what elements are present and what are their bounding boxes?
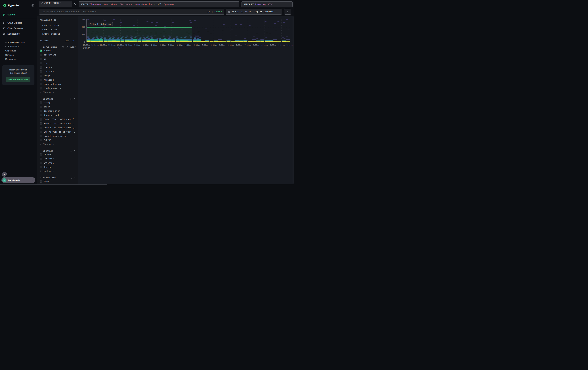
search-icon[interactable] (70, 150, 72, 152)
pin-icon[interactable] (73, 177, 75, 179)
pin-icon[interactable] (73, 150, 75, 152)
chevron-up-icon[interactable] (32, 33, 34, 35)
search-icon[interactable] (70, 98, 72, 100)
vertical-scrollbar[interactable] (293, 16, 294, 183)
get-started-button[interactable]: Get Started for Free (6, 77, 31, 82)
search-icon[interactable] (62, 46, 64, 48)
filter-option[interactable]: frontend-proxy (40, 82, 75, 86)
filter-option[interactable]: payment (40, 49, 75, 52)
filter-option[interactable]: documentFetch (40, 109, 75, 113)
checkbox[interactable] (40, 180, 42, 183)
filter-option[interactable]: load-generator (40, 87, 75, 90)
chevron-down-icon[interactable] (40, 177, 42, 179)
local-mode-button[interactable]: U Local mode (1, 177, 35, 183)
preset-services[interactable]: Services (0, 53, 37, 57)
clear-filter-button[interactable]: Clear (69, 46, 75, 48)
preset-clickhouse[interactable]: ClickHouse (0, 49, 37, 53)
pin-icon[interactable] (73, 98, 75, 100)
presets-toggle[interactable]: PRESETS (0, 44, 37, 49)
checkbox[interactable] (40, 131, 42, 133)
checkbox[interactable] (40, 83, 42, 85)
chevron-down-icon[interactable] (40, 150, 42, 152)
checkbox[interactable] (40, 75, 42, 77)
source-select[interactable]: Demo Traces (39, 1, 72, 7)
analysis-mode-event-deltas[interactable]: Event Deltas (42, 28, 75, 32)
order-by-input[interactable]: ORDER BY Timestamp DESC (242, 1, 293, 7)
filter-option[interactable]: Consumer (40, 157, 75, 160)
time-range-picker[interactable]: Sep 14 22:04:35 - Sep 15 10:04:35 (226, 9, 282, 15)
filter-by-selection-button[interactable]: Filter by Selection (88, 22, 113, 26)
filter-option[interactable]: Error: The credit card (… (40, 122, 75, 125)
show-more-button[interactable]: Show more (40, 142, 75, 146)
checkbox[interactable] (40, 118, 42, 120)
filter-option[interactable]: Server (40, 165, 75, 169)
checkbox[interactable] (40, 62, 42, 64)
help-button[interactable]: ? (2, 172, 7, 177)
create-dashboard-button[interactable]: Create Dashboard (0, 40, 37, 44)
sql-toggle[interactable]: SQL (207, 10, 210, 13)
load-more-button[interactable]: Load more (40, 170, 75, 173)
checkbox[interactable] (40, 106, 42, 108)
scrollbar-thumb[interactable] (0, 184, 106, 185)
clear-all-button[interactable]: Clear all (64, 40, 75, 42)
select-query-input[interactable]: SELECT Timestamp, ServiceName, StatusCod… (79, 1, 239, 7)
filter-option[interactable]: accounting (40, 53, 75, 57)
checkbox[interactable] (40, 139, 42, 141)
sidebar-item-chart-explorer[interactable]: Chart Explorer (0, 20, 37, 26)
checkbox[interactable] (40, 101, 42, 104)
filter-option[interactable]: EXPIRE (40, 139, 75, 142)
filter-option[interactable]: Error: The credit card (… (40, 126, 75, 129)
filter-option[interactable]: Error: The credit card (… (40, 118, 75, 121)
filter-option[interactable]: checkout (40, 66, 75, 69)
chart-selection-region[interactable] (87, 27, 192, 39)
checkbox[interactable] (40, 70, 42, 73)
gear-icon[interactable] (74, 3, 77, 6)
filter-option[interactable]: currency (40, 70, 75, 73)
search-input[interactable] (39, 10, 207, 13)
lucene-toggle[interactable]: Lucene (214, 10, 222, 13)
chevron-down-icon[interactable] (40, 98, 42, 100)
checkbox[interactable] (40, 54, 42, 56)
filter-option[interactable]: Internal (40, 161, 75, 165)
sidebar-item-client-sessions[interactable]: Client Sessions (0, 26, 37, 31)
checkbox[interactable] (40, 127, 42, 129)
filter-option[interactable]: documentLoad (40, 113, 75, 117)
filter-option[interactable]: change (40, 101, 75, 104)
checkbox[interactable] (40, 122, 42, 125)
filter-option[interactable]: flagd (40, 74, 75, 77)
filter-option[interactable]: Error (40, 180, 75, 183)
filter-option[interactable]: ad (40, 57, 75, 61)
checkbox[interactable] (40, 79, 42, 81)
chevron-down-icon[interactable] (40, 46, 42, 48)
checkbox[interactable] (40, 87, 42, 90)
checkbox[interactable] (40, 50, 42, 52)
filter-option[interactable]: frontend (40, 78, 75, 81)
filter-option[interactable]: Error: Visa cache full: … (40, 130, 75, 133)
run-query-button[interactable] (284, 9, 291, 15)
sidebar-item-search[interactable]: Search (0, 12, 37, 17)
sidebar-item-dashboards[interactable]: Dashboards (0, 31, 37, 37)
checkbox[interactable] (40, 158, 42, 160)
collapse-sidebar-icon[interactable] (31, 4, 34, 7)
filter-option[interactable]: Client (40, 153, 75, 156)
filter-option[interactable]: eventListener.error (40, 134, 75, 138)
checkbox[interactable] (40, 110, 42, 112)
search-icon[interactable] (70, 177, 72, 179)
analysis-mode-results-table[interactable]: Results Table (42, 23, 75, 28)
chevron-right-icon (31, 179, 33, 181)
horizontal-scrollbar[interactable] (0, 184, 294, 185)
checkbox[interactable] (40, 162, 42, 164)
preset-kubernetes[interactable]: Kubernetes (0, 57, 37, 61)
checkbox[interactable] (40, 153, 42, 156)
checkbox[interactable] (40, 166, 42, 168)
checkbox[interactable] (40, 135, 42, 137)
checkbox[interactable] (40, 58, 42, 60)
analysis-mode-event-patterns[interactable]: Event Patterns (42, 32, 75, 36)
filter-option[interactable]: click (40, 105, 75, 109)
checkbox[interactable] (40, 114, 42, 116)
filter-option[interactable]: cart (40, 61, 75, 65)
show-more-button[interactable]: Show more (40, 90, 75, 94)
checkbox[interactable] (40, 66, 42, 69)
pin-icon[interactable] (66, 46, 68, 48)
heatmap-plot[interactable] (86, 19, 290, 42)
